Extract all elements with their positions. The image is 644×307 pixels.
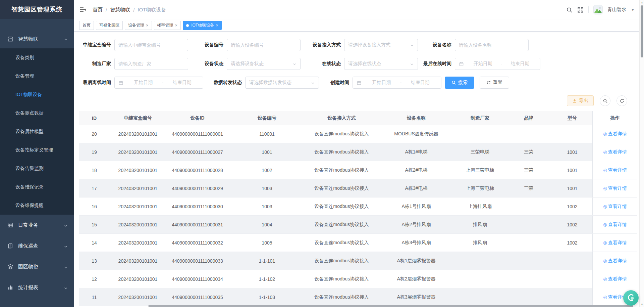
view-detail-label: 查看详情 [608, 258, 627, 264]
table-row: 2020240320010100144090000001111000001110… [79, 125, 637, 143]
sidebar-group-0[interactable]: 日常业务 [0, 215, 74, 235]
filter-input[interactable] [114, 39, 188, 51]
filter-daterange[interactable]: 开始日期-结束日期 [114, 77, 203, 89]
tab-1[interactable]: 可视化园区 [96, 21, 123, 30]
view-detail-link[interactable]: ◎查看详情 [603, 149, 627, 155]
breadcrumb-smart-iot[interactable]: 智慧物联 [110, 7, 130, 13]
table-row: 1720240320010100144090000001111000029100… [79, 179, 637, 198]
view-detail-link[interactable]: ◎查看详情 [603, 167, 627, 173]
close-icon[interactable]: × [216, 23, 218, 28]
user-name[interactable]: 青山碧水 [607, 7, 626, 13]
view-detail-link[interactable]: ◎查看详情 [603, 131, 627, 137]
view-detail-link[interactable]: ◎查看详情 [603, 204, 627, 210]
view-detail-label: 查看详情 [608, 149, 627, 155]
horizontal-scrollbar[interactable] [148, 305, 633, 307]
scrollbar-thumb[interactable] [641, 5, 643, 57]
table-toolbar: 导出 [79, 95, 639, 106]
fullscreen-icon[interactable] [577, 7, 584, 13]
date-separator: - [399, 80, 403, 85]
sidebar-item-6[interactable]: 设备告警监测 [0, 159, 74, 178]
sidebar-item-5[interactable]: 设备指标定义管理 [0, 141, 74, 159]
sidebar-item-4[interactable]: 设备属性模型 [0, 122, 74, 141]
table-search-toggle-button[interactable] [600, 95, 610, 106]
table-refresh-button[interactable] [616, 95, 627, 106]
cell [455, 125, 505, 143]
view-detail-link[interactable]: ◎查看详情 [603, 258, 627, 264]
tab-4[interactable]: IOT物联设备× [183, 21, 222, 30]
tab-3[interactable]: 楼宇管理× [154, 21, 181, 30]
cell: 设备直连modbus协议接入 [306, 143, 378, 161]
cell: 设备直连modbus协议接入 [306, 161, 378, 179]
sidebar-group-smart-iot[interactable]: 智慧物联 [0, 30, 74, 48]
action-cell: ◎查看详情 [592, 216, 637, 233]
cell [552, 125, 592, 143]
sidebar-group-2[interactable]: 园区物资 [0, 256, 74, 277]
tab-0[interactable]: 首页 [79, 21, 94, 30]
view-detail-link[interactable]: ◎查看详情 [603, 222, 627, 228]
avatar[interactable] [593, 5, 603, 14]
cell: 202403200101001 [109, 216, 166, 233]
scroll-down-arrow-icon[interactable]: ▼ [641, 303, 643, 306]
filter-input[interactable] [114, 58, 188, 70]
breadcrumb-home[interactable]: 首页 [93, 7, 103, 13]
table-row: 1620240320010100144090000001111000030100… [79, 198, 637, 216]
tab-label: 首页 [83, 23, 91, 28]
view-detail-label: 查看详情 [608, 222, 627, 228]
tab-2[interactable]: 设备管理× [125, 21, 152, 30]
caret-down-icon[interactable]: ▼ [631, 8, 635, 12]
eye-icon: ◎ [603, 222, 607, 227]
view-detail-label: 查看详情 [608, 204, 627, 210]
hamburger-icon[interactable] [79, 6, 87, 13]
sidebar-group-video[interactable]: 视频监控 [0, 19, 74, 25]
sidebar-group-1[interactable]: 维保巡查 [0, 235, 74, 256]
date-start-placeholder: 开始日期 [364, 80, 399, 86]
filter-input[interactable] [455, 39, 529, 51]
sidebar-item-7[interactable]: 设备维保记录 [0, 178, 74, 196]
sidebar-group-3[interactable]: 统计报表 [0, 277, 74, 298]
sidebar-item-1[interactable]: 设备管理 [0, 67, 74, 85]
filter-select[interactable]: 请选择数据转发状态 [245, 77, 319, 89]
search-button[interactable]: 搜索 [445, 77, 474, 89]
view-detail-link[interactable]: ◎查看详情 [603, 276, 627, 282]
breadcrumb-separator: / [106, 7, 107, 13]
filter-label: 制造厂家 [79, 61, 114, 67]
view-detail-link[interactable]: ◎查看详情 [603, 240, 627, 246]
action-cell: ◎查看详情 [592, 234, 637, 252]
filter-daterange[interactable]: 开始日期-结束日期 [455, 58, 540, 70]
search-icon[interactable] [566, 7, 573, 13]
view-detail-link[interactable]: ◎查看详情 [603, 185, 627, 191]
cell [505, 198, 552, 215]
filter-select[interactable]: 请选择设备状态 [227, 58, 301, 70]
cell: 排风扇 [455, 216, 505, 233]
table-body: 2020240320010100144090000001111000001110… [79, 125, 637, 306]
date-separator: - [499, 61, 504, 67]
eye-icon: ◎ [603, 168, 607, 173]
filter-input[interactable] [227, 39, 301, 51]
export-button[interactable]: 导出 [567, 95, 594, 106]
filter-select[interactable]: 请选择在线状态 [344, 58, 418, 70]
cell [505, 288, 552, 306]
chat-widget-button[interactable] [623, 290, 639, 306]
sidebar-item-2[interactable]: IOT物联设备 [0, 85, 74, 104]
cell: 44090000001111000031 [166, 216, 228, 233]
sidebar-item-8[interactable]: 设备维保提醒 [0, 196, 74, 215]
close-icon[interactable]: × [175, 23, 178, 28]
filter-select[interactable]: 请选择设备接入方式 [344, 39, 418, 51]
table-row: 11202403200101001440900000011110000351-1… [79, 288, 637, 306]
column-header-3: 设备编号 [228, 111, 306, 125]
cell: 202403200101001 [109, 161, 166, 179]
scroll-up-arrow-icon[interactable]: ▲ [641, 1, 643, 4]
sidebar-item-3[interactable]: 设备测点数据 [0, 104, 74, 122]
sidebar-group-label: 日常业务 [18, 222, 38, 228]
cell: 1002 [552, 216, 592, 233]
filter-daterange[interactable]: 开始日期-结束日期 [353, 77, 441, 89]
cell: A栋1层烟雾报警器 [378, 252, 455, 270]
column-header-1: 中继宝盒编号 [109, 111, 166, 125]
date-start-placeholder: 开始日期 [467, 61, 499, 67]
reset-button[interactable]: 重置 [480, 77, 509, 89]
divider [588, 6, 589, 13]
close-icon[interactable]: × [146, 23, 149, 28]
cell: 1001 [552, 143, 592, 161]
vertical-scrollbar[interactable]: ▲ ▼ [639, 0, 644, 307]
sidebar-item-0[interactable]: 设备类别 [0, 48, 74, 67]
